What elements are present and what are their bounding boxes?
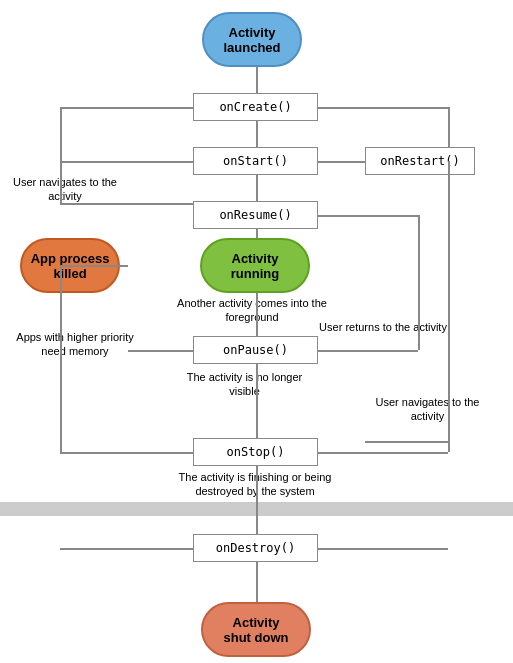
line-left-v3 (60, 161, 62, 203)
activity-running-node: Activity running (200, 238, 310, 293)
ondestroy-label: onDestroy() (216, 541, 295, 555)
line-ondestroy-to-shutdown (256, 562, 258, 604)
onstart-label: onStart() (223, 154, 288, 168)
line-onstop-right-v (448, 441, 450, 452)
oncreate-box: onCreate() (193, 93, 318, 121)
onstop-box: onStop() (193, 438, 318, 466)
onstart-box: onStart() (193, 147, 318, 175)
line-onpause-left (128, 350, 193, 352)
line-onstop-left (60, 452, 193, 454)
onpause-box: onPause() (193, 336, 318, 364)
line-running-to-onpause (256, 293, 258, 338)
apps-higher-priority-label: Apps with higher priority need memory (5, 330, 145, 359)
user-navigates-to2-label: User navigates to the activity (360, 395, 495, 424)
another-activity-label: Another activity comes into the foregrou… (172, 296, 332, 325)
activity-launched-node: Activity launched (202, 12, 302, 67)
line-right-to-onrestart-h (365, 441, 448, 443)
activity-running-label: Activity running (231, 251, 279, 281)
line-launch-to-oncreate (256, 67, 258, 95)
activity-shut-down-label: Activity shut down (224, 615, 289, 645)
onpause-label: onPause() (223, 343, 288, 357)
line-onresume-right (318, 215, 418, 217)
oncreate-label: onCreate() (219, 100, 291, 114)
line-onstart-to-onresume (256, 175, 258, 203)
line-onstart-left (60, 161, 193, 163)
line-onstop-to-ondestroy (256, 466, 258, 536)
line-oncreate-to-onstart (256, 121, 258, 149)
onstop-label: onStop() (227, 445, 285, 459)
line-to-killed (60, 265, 128, 267)
onresume-box: onResume() (193, 201, 318, 229)
line-onpause-right-v (418, 215, 420, 350)
onresume-label: onResume() (219, 208, 291, 222)
line-ondestroy-right (318, 548, 448, 550)
line-left-to-onresume (60, 203, 193, 205)
line-oncreate-left-v (60, 107, 62, 147)
line-left-long-v (60, 265, 62, 350)
user-navigates-label: User navigates to the activity (5, 175, 125, 204)
line-right-to-onrestart (448, 161, 450, 441)
line-oncreate-right (318, 107, 448, 109)
line-onresume-to-running (256, 229, 258, 238)
onrestart-box: onRestart() (365, 147, 475, 175)
line-onpause-to-onstop (256, 364, 258, 440)
line-onrestart-connect (318, 161, 365, 163)
line-oncreate-right-v (448, 107, 450, 147)
lifecycle-diagram: Activity launched onCreate() onStart() o… (0, 0, 513, 663)
line-onstop-right (318, 452, 448, 454)
line-onpause-right (318, 350, 418, 352)
line-oncreate-left (60, 107, 193, 109)
line-ondestroy-left (60, 548, 193, 550)
line-onstop-left-v (60, 350, 62, 452)
activity-no-longer-visible-label: The activity is no longer visible (172, 370, 317, 399)
ondestroy-box: onDestroy() (193, 534, 318, 562)
activity-launched-label: Activity launched (223, 25, 280, 55)
user-returns-label: User returns to the activity (318, 320, 448, 334)
activity-shut-down-node: Activity shut down (201, 602, 311, 657)
finishing-destroyed-label: The activity is finishing or being destr… (155, 470, 355, 499)
line-onstart-left-v2 (60, 147, 62, 161)
